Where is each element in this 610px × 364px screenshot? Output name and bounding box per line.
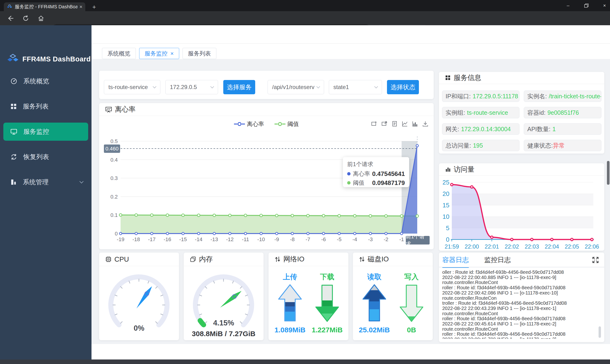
log-card: 容器日志监控日志 oller : Route id: f3d4d4ef-693b… (439, 253, 604, 342)
svg-text:-11: -11 (242, 236, 249, 242)
download-label: 下载 (309, 272, 346, 282)
svg-text:0.3: 0.3 (110, 175, 118, 181)
new-tab-button[interactable]: + (91, 3, 98, 11)
visits-title: 访问量 (454, 165, 474, 174)
tab-close-icon[interactable]: × (79, 4, 82, 10)
sidebar-item-1[interactable]: 服务列表 (0, 97, 92, 116)
sidebar-menu: 系统概览服务列表服务监控恢复列表系统管理 (0, 72, 92, 198)
svg-text:-15: -15 (179, 236, 187, 242)
cpu-gauge (103, 269, 175, 329)
svg-text:-14: -14 (195, 236, 203, 242)
log-tab-0[interactable]: 容器日志 (442, 255, 469, 268)
sidebar-item-label: 恢复列表 (23, 153, 49, 161)
field-label: 实例组: (446, 109, 465, 117)
service-group-select[interactable]: ts-route-service (104, 80, 160, 94)
select-state-button[interactable]: 选择状态 (387, 80, 419, 94)
disk-io-title: 磁盘IO (368, 255, 389, 264)
sidebar-item-3[interactable]: 恢复列表 (0, 148, 92, 166)
tag-label: 服务监控 (145, 50, 167, 57)
tag-1[interactable]: 服务监控× (139, 48, 179, 59)
sidebar-item-0[interactable]: 系统概览 (0, 72, 92, 90)
sidebar-item-2[interactable]: 服务监控 (3, 123, 88, 141)
log-tab-1[interactable]: 监控日志 (484, 255, 511, 268)
svg-text:-4: -4 (352, 236, 357, 242)
cpu-header: CPU (99, 253, 179, 266)
chevron-down-icon (374, 85, 378, 89)
bar-chart-icon (445, 167, 451, 172)
tooltip-series-name: 离心率 (353, 170, 370, 178)
log-line: troller : Route id: f3d4d4ef-693b-4456-8… (442, 301, 595, 306)
svg-text:0: 0 (446, 236, 449, 243)
field-value: 异常 (553, 142, 565, 150)
network-io-card: 网络IO 上传 1.089MiB 下载 (269, 253, 348, 340)
window-minimize-button[interactable]: – (560, 0, 576, 11)
cpu-title: CPU (114, 255, 129, 263)
svg-text:-18: -18 (133, 236, 140, 242)
eccentricity-title: 离心率 (115, 105, 136, 114)
log-scrollbar[interactable] (598, 326, 601, 338)
svg-text:0.2: 0.2 (110, 194, 118, 200)
svg-text:22:00: 22:00 (465, 243, 479, 250)
svg-text:-6: -6 (321, 236, 326, 242)
sidebar-item-4[interactable]: 系统管理 (0, 173, 92, 191)
page-scrollbar[interactable] (607, 161, 610, 185)
visits-chart-canvas[interactable]: 051015202521:5922:0022:0122:0222:0322:04… (439, 176, 604, 251)
submenu-chevron-icon (80, 180, 84, 183)
svg-text:22:03: 22:03 (525, 243, 539, 250)
sidebar: FFR4MS DashBoard 系统概览服务列表服务监控恢复列表系统管理 (0, 25, 92, 360)
disk-write-label: 写入 (393, 272, 430, 282)
service-info-field-1: 实例名:/train-ticket-ts-route-service-1 (524, 91, 601, 102)
tags-view-bar: 系统概览服务监控×服务列表 (92, 44, 610, 59)
state-select[interactable]: state1 (329, 80, 382, 94)
svg-text:15: 15 (443, 202, 449, 209)
browser-tab-title: 服务监控 - FFR4MS DashBoard (15, 4, 77, 10)
sidebar-item-label: 服务监控 (23, 127, 49, 136)
updown-arrows-icon (275, 256, 281, 262)
eccentricity-card-header: 离心率 (99, 103, 434, 116)
svg-text:-16: -16 (164, 236, 171, 242)
chevron-down-icon (210, 85, 214, 89)
cpu-card: CPU 0% (99, 253, 179, 340)
download-value: 1.227MiB (309, 326, 346, 334)
window-restore-button[interactable] (579, 0, 594, 11)
refresh-icon (11, 154, 17, 160)
field-value: /train-ticket-ts-route-service-1 (549, 93, 601, 100)
svg-text:-7: -7 (306, 236, 311, 242)
log-line: oller : Route id: f3d4d4ef-693b-4456-8ee… (442, 270, 595, 275)
window-close-button[interactable]: × (597, 0, 610, 11)
memory-detail: 308.8MiB / 7.27GiB (184, 330, 264, 338)
tag-0[interactable]: 系统概览 (102, 48, 136, 59)
tag-2[interactable]: 服务列表 (183, 48, 216, 59)
browser-refresh-icon[interactable] (20, 11, 31, 25)
tag-close-icon[interactable]: × (170, 50, 174, 57)
chevron-down-icon (153, 85, 157, 89)
select-service-button[interactable]: 选择服务 (223, 80, 255, 94)
log-expand-icon[interactable] (592, 256, 599, 264)
browser-tab[interactable]: 服务监控 - FFR4MS DashBoard × (4, 2, 85, 11)
field-label: 实例名: (527, 92, 547, 100)
browser-toolbar: localhost:9528/#/monitor/index?ip=172.29… (0, 11, 610, 25)
tag-label: 系统概览 (108, 50, 130, 57)
svg-text:-17: -17 (148, 236, 156, 242)
api-path-value: /api/v1/routeservic (272, 84, 314, 91)
log-tabs: 容器日志监控日志 (442, 255, 511, 268)
field-value: ts-route-service (467, 109, 508, 116)
eccentricity-card: 离心率 离心率阈值 00.10.20.30.40.5-19-18-17-16-1… (99, 103, 434, 249)
service-info-field-5: API数量:1 (524, 123, 601, 135)
markline-value-badge: 0.460 (104, 144, 120, 153)
svg-text:22:04: 22:04 (545, 243, 559, 250)
updown-arrows-icon (359, 256, 365, 262)
memory-title: 内存 (199, 255, 213, 264)
chart-board-icon (105, 106, 112, 113)
service-ip-select[interactable]: 172.29.0.5 (165, 80, 218, 94)
svg-text:21:59: 21:59 (445, 243, 459, 250)
browser-home-icon[interactable] (36, 11, 46, 25)
log-line: 2022-08-22 22:00:40.885 INFO 1 --- [io-1… (442, 275, 595, 285)
browser-back-icon[interactable] (5, 11, 16, 25)
axis-pointer-label: 前1个请求 (406, 236, 430, 245)
service-info-field-7: 健康状态:异常 (524, 140, 601, 151)
disk-read-label: 读取 (356, 272, 393, 282)
favicon-cubes-icon (7, 4, 12, 10)
api-path-select[interactable]: /api/v1/routeservic (268, 80, 324, 94)
service-info-field-2: 实例组:ts-route-service (442, 107, 519, 118)
